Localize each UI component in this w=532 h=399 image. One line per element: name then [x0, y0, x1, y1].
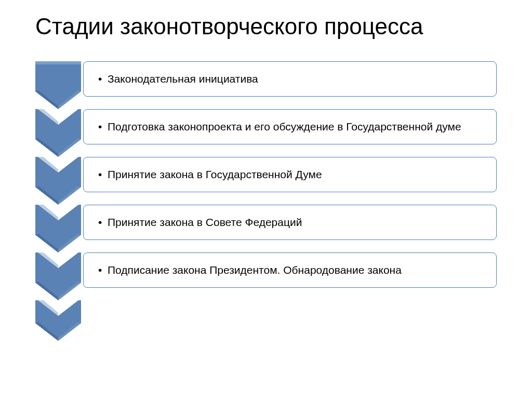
step-box: Принятие закона в Совете Федераций	[83, 205, 497, 240]
svg-marker-4	[35, 109, 81, 157]
step-text: Подписание закона Президентом. Обнародов…	[98, 263, 402, 277]
step-text: Принятие закона в Государственной Думе	[98, 168, 322, 181]
process-flow: Законодательная инициатива Подготовка за…	[35, 61, 497, 338]
chevron-down-icon	[35, 109, 81, 157]
chevron-down-icon	[35, 61, 81, 109]
slide: Стадии законотворческого процесса Законо…	[0, 0, 532, 399]
svg-marker-1	[35, 61, 81, 64]
step-text: Принятие закона в Совете Федераций	[98, 216, 302, 229]
step-5: Подписание закона Президентом. Обнародов…	[35, 252, 497, 300]
page-title: Стадии законотворческого процесса	[35, 14, 497, 39]
chevron-down-icon	[35, 300, 497, 338]
step-2: Подготовка законопроекта и его обсуждени…	[35, 109, 497, 157]
svg-marker-0	[35, 61, 81, 109]
chevron-down-icon	[35, 252, 81, 300]
step-4: Принятие закона в Совете Федераций	[35, 205, 497, 252]
step-box: Подписание закона Президентом. Обнародов…	[83, 252, 497, 288]
step-box: Законодательная инициатива	[83, 61, 497, 97]
step-text: Подготовка законопроекта и его обсуждени…	[98, 120, 461, 134]
chevron-down-icon	[35, 157, 81, 205]
step-3: Принятие закона в Государственной Думе	[35, 157, 497, 205]
step-text: Законодательная инициатива	[98, 72, 258, 86]
chevron-down-icon	[35, 205, 81, 252]
step-box: Подготовка законопроекта и его обсуждени…	[83, 109, 497, 144]
step-1: Законодательная инициатива	[35, 61, 497, 109]
step-box: Принятие закона в Государственной Думе	[83, 157, 497, 192]
svg-marker-12	[35, 205, 81, 252]
svg-marker-16	[35, 252, 81, 300]
svg-marker-20	[35, 300, 81, 341]
svg-marker-8	[35, 157, 81, 205]
